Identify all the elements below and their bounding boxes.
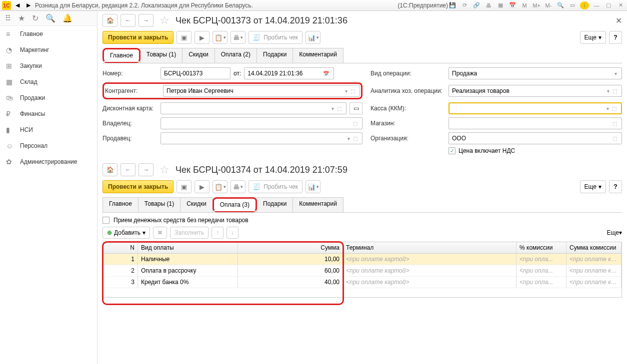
min-icon[interactable]: — [592,1,601,9]
info-icon[interactable]: i [580,1,589,9]
favorite-icon[interactable]: ☆ [160,14,170,27]
bell-icon[interactable]: 🔔 [62,13,72,23]
table-row[interactable]: 2 Оплата в рассрочку 60,00 <при оплате к… [103,265,622,277]
table-row[interactable]: 1 Наличные 10,00 <при оплате картой> <пр… [103,254,622,265]
more-button[interactable]: Еще▾ [607,229,622,236]
reload-icon[interactable]: ⟳ [460,1,469,9]
number-input[interactable] [160,67,230,79]
tab-payment[interactable]: Оплата (3) [212,197,257,212]
move-down-button[interactable]: ↓ [226,227,238,239]
open-icon[interactable]: ⬚ [611,136,618,141]
tab-gifts[interactable]: Подарки [256,48,293,63]
print-button[interactable]: 🖶 [230,180,246,193]
home-button[interactable]: 🏠 [102,14,118,27]
owner-input[interactable]: ⬚ [160,117,362,129]
chevron-down-icon[interactable]: ▾ [346,136,352,141]
open-icon[interactable]: ⬚ [352,136,359,141]
col-sum[interactable]: Сумма [238,242,343,253]
calendar-icon[interactable]: 📅 [508,1,517,9]
discount-input[interactable]: ▾⬚ [160,102,346,114]
open-icon[interactable]: ⬚ [352,121,359,126]
windows-icon[interactable]: ▭ [568,1,577,9]
delete-button[interactable]: ✖ [153,227,167,239]
forward-button[interactable]: → [138,14,154,27]
tab-gifts[interactable]: Подарки [256,197,293,212]
reports-button[interactable]: 📊 [306,31,320,44]
calendar-icon[interactable]: 📅 [322,71,330,76]
nav-sales[interactable]: 🛍Продажи [0,90,97,106]
close-icon[interactable]: ✕ [616,1,625,9]
col-com[interactable]: Сумма комиссии [566,242,622,253]
tab-goods[interactable]: Товары (1) [138,197,180,212]
reports-button[interactable]: 📊 [306,180,320,193]
punch-button[interactable]: 🧾Пробить чек [248,31,302,44]
optype-select[interactable]: ▾ [448,67,622,79]
m-minus-icon[interactable]: M- [544,1,553,9]
back-button[interactable]: ← [120,14,136,27]
store-input[interactable]: ⬚ [448,117,622,129]
chevron-down-icon[interactable]: ▾ [344,88,349,94]
col-type[interactable]: Вид оплаты [138,242,238,253]
apps-icon[interactable]: ⠿ [5,13,11,23]
home-button[interactable]: 🏠 [102,163,118,176]
copy-button[interactable]: 📋 [212,180,228,193]
link-icon[interactable]: 🔗 [472,1,481,9]
chevron-down-icon[interactable]: ▾ [606,88,611,94]
help-button[interactable]: ? [609,180,622,193]
m-icon[interactable]: M [520,1,529,9]
open-icon[interactable]: ⬚ [611,88,618,94]
card-button[interactable]: ▭ [350,102,362,114]
open-icon[interactable]: ⬚ [611,121,618,126]
history-icon[interactable]: ↻ [32,13,38,23]
post-close-button[interactable]: Провести и закрыть [102,180,174,193]
open-icon[interactable]: ⬚ [336,106,343,111]
vat-checkbox[interactable]: ✓Цена включает НДС [448,147,515,154]
copy-button[interactable]: 📋 [212,31,228,44]
move-up-button[interactable]: ↑ [212,227,224,239]
star-icon[interactable]: ★ [18,13,25,23]
tab-main[interactable]: Главное [102,197,138,212]
add-button[interactable]: ⊕Добавить▾ [102,227,150,239]
m-plus-icon[interactable]: M+ [532,1,541,9]
help-button[interactable]: ? [609,31,622,44]
post-close-button[interactable]: Провести и закрыть [102,31,174,44]
favorite-icon[interactable]: ☆ [160,163,170,176]
nav-nsi[interactable]: ▮НСИ [0,122,97,138]
table-row[interactable]: 3 Кредит банка 0% 40,00 <при оплате карт… [103,277,622,288]
tab-discounts[interactable]: Скидки [182,48,215,63]
analytics-input[interactable]: ▾⬚ [448,85,622,97]
nav-warehouse[interactable]: ▦Склад [0,74,97,90]
nav-purchases[interactable]: ⊞Закупки [0,58,97,74]
chevron-down-icon[interactable]: ▾ [605,106,610,111]
nav-admin[interactable]: ✿Администрирование [0,154,97,170]
nav-back-icon[interactable]: ◀ [13,1,22,10]
nav-fwd-icon[interactable]: ▶ [24,1,33,10]
date-input[interactable]: 📅 [244,67,334,79]
print-button[interactable]: 🖶 [230,31,246,44]
org-input[interactable]: ⬚ [448,132,622,144]
save-button[interactable]: ▣ [176,31,192,44]
print-icon[interactable]: 🖶 [484,1,493,9]
nav-finance[interactable]: ₽Финансы [0,106,97,122]
save-icon[interactable]: 💾 [448,1,457,9]
search-icon[interactable]: 🔍 [46,13,56,23]
no-goods-checkbox[interactable] [102,217,110,224]
col-pct[interactable]: % комиссии [516,242,566,253]
zoom-icon[interactable]: 🔍 [556,1,565,9]
grid-icon[interactable]: ▦ [496,1,505,9]
chevron-down-icon[interactable]: ▾ [330,106,336,111]
nav-marketing[interactable]: ◔Маркетинг [0,42,97,58]
chevron-down-icon[interactable]: ▾ [613,71,618,76]
tab-discounts[interactable]: Скидки [180,197,213,212]
tab-comment[interactable]: Комментарий [292,197,344,212]
nav-personnel[interactable]: ☺Персонал [0,138,97,154]
post-button[interactable]: ▶ [194,180,210,193]
seller-input[interactable]: ▾⬚ [160,132,362,144]
contractor-input[interactable]: ▾⬚ [163,85,360,97]
kkm-input[interactable]: ▾⬚ [448,102,622,114]
forward-button[interactable]: → [138,163,154,176]
tab-payment[interactable]: Оплата (2) [214,48,257,63]
close-doc-button[interactable]: ✕ [616,16,622,25]
open-icon[interactable]: ⬚ [349,88,356,94]
open-icon[interactable]: ⬚ [610,106,618,111]
